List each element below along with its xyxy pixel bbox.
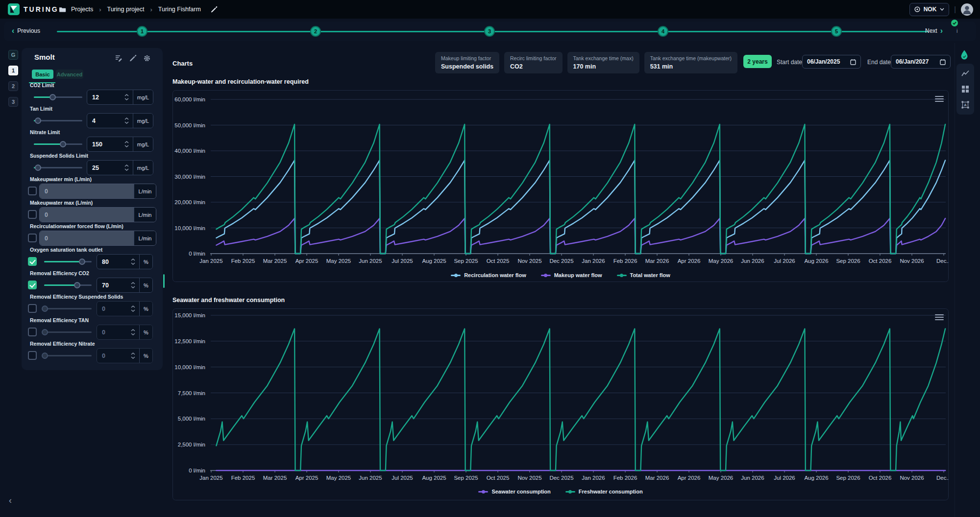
- edit-note-icon[interactable]: [115, 54, 123, 62]
- param-slider-track[interactable]: [44, 284, 92, 286]
- scrollbar-indicator[interactable]: [163, 274, 165, 288]
- rail-tab-g[interactable]: G: [8, 50, 18, 60]
- end-date-input[interactable]: 06/Jan/2027: [891, 55, 951, 69]
- stepper-step-1[interactable]: 1: [137, 26, 147, 37]
- grid-icon[interactable]: [961, 85, 969, 95]
- param-value-input[interactable]: 80: [97, 255, 131, 269]
- y-axis-tick-label: 30,000 l/min: [174, 174, 205, 180]
- chart2-plot: 15,000 l/min12,500 l/min10,000 l/min7,50…: [172, 308, 949, 500]
- param-checkbox[interactable]: [28, 187, 37, 195]
- currency-value: NOK: [924, 6, 937, 13]
- collapse-sidebar-arrow[interactable]: ‹: [9, 495, 12, 506]
- stepper-arrows[interactable]: [124, 137, 133, 151]
- pencil-icon[interactable]: [129, 54, 137, 62]
- param-value-input[interactable]: 25: [87, 161, 124, 175]
- stepper-arrows[interactable]: [124, 161, 133, 175]
- stepper-step-4[interactable]: 4: [658, 26, 668, 37]
- param-slider-track[interactable]: [44, 331, 92, 333]
- param-slider-thumb[interactable]: [60, 141, 66, 147]
- y-axis-tick-label: 5,000 l/min: [178, 416, 205, 422]
- tab-advanced[interactable]: Advanced: [56, 70, 83, 79]
- param-unit: mg/L: [133, 90, 153, 104]
- param-slider-thumb[interactable]: [42, 329, 48, 335]
- param-checkbox[interactable]: [28, 304, 37, 313]
- param-slider-thumb[interactable]: [42, 306, 48, 312]
- param-slider-track[interactable]: [44, 355, 92, 356]
- param-checkbox[interactable]: [28, 281, 37, 289]
- user-avatar[interactable]: [961, 3, 973, 16]
- param-label: Removal Efficiency Nitrate: [30, 341, 95, 347]
- stepper-arrows[interactable]: [131, 325, 139, 339]
- tab-basic[interactable]: Basic: [32, 70, 53, 79]
- breadcrumb-item[interactable]: Projects: [71, 6, 93, 13]
- x-axis-tick-label: Feb 2026: [613, 475, 637, 481]
- start-date-input[interactable]: 06/Jan/2025: [802, 55, 861, 69]
- legend-item[interactable]: Total water flow: [617, 272, 670, 278]
- param-value-input[interactable]: 0: [97, 302, 131, 316]
- stepper-arrows[interactable]: [131, 349, 139, 363]
- legend-marker-icon: [617, 274, 627, 277]
- param-slider-thumb[interactable]: [35, 118, 41, 124]
- stepper-arrows[interactable]: [124, 114, 133, 128]
- calendar-icon: [850, 59, 856, 65]
- param-unit: %: [139, 278, 152, 292]
- param-value-input[interactable]: 0: [97, 349, 131, 363]
- param-slider-thumb[interactable]: [42, 352, 48, 359]
- legend-item[interactable]: Recirculation water flow: [451, 272, 526, 278]
- param-value-input[interactable]: 4: [87, 114, 124, 128]
- param-slider-thumb[interactable]: [49, 94, 56, 100]
- currency-selector[interactable]: NOK: [909, 3, 950, 16]
- param-value-input[interactable]: 12: [87, 90, 124, 104]
- param-slider-thumb[interactable]: [35, 164, 41, 171]
- breadcrumb: Projects›Turing project›Turing Fishfarm: [59, 0, 218, 19]
- rail-tab-1[interactable]: 1: [8, 66, 18, 75]
- chart1-plot: 60,000 l/min50,000 l/min40,000 l/min30,0…: [172, 90, 949, 282]
- stepper-arrows[interactable]: [131, 302, 139, 316]
- chart2-menu-icon[interactable]: [935, 314, 944, 322]
- next-button[interactable]: Next ›: [925, 27, 943, 34]
- stepper-arrows[interactable]: [131, 255, 139, 269]
- stepper-step-3[interactable]: 3: [484, 26, 495, 37]
- param-checkbox[interactable]: [28, 210, 37, 219]
- start-date-value: 06/Jan/2025: [807, 58, 850, 65]
- chart1-menu-icon[interactable]: [935, 96, 944, 103]
- x-axis-tick-label: Sep 2025: [454, 258, 478, 264]
- param-slider-track[interactable]: [44, 308, 92, 309]
- param-slider-track[interactable]: [34, 96, 82, 98]
- param-slider-thumb[interactable]: [79, 258, 85, 265]
- info-card-value: CO2: [510, 63, 557, 70]
- legend-item[interactable]: Makeup water flow: [541, 272, 602, 278]
- breadcrumb-item[interactable]: Turing Fishfarm: [158, 6, 201, 13]
- x-axis-tick-label: Feb 2025: [231, 258, 255, 264]
- gear-icon[interactable]: [143, 54, 151, 62]
- param-value-input[interactable]: 70: [97, 278, 131, 292]
- param-checkbox[interactable]: [28, 234, 37, 242]
- stepper-arrows[interactable]: [124, 90, 133, 104]
- param-checkbox[interactable]: [28, 328, 37, 336]
- stepper-arrows[interactable]: [131, 278, 139, 292]
- rail-tab-2[interactable]: 2: [8, 81, 18, 91]
- text-frame-icon[interactable]: A: [961, 101, 969, 111]
- rail-tab-3[interactable]: 3: [8, 97, 18, 107]
- param-slider-thumb[interactable]: [74, 282, 80, 288]
- edit-project-icon[interactable]: [211, 6, 218, 13]
- stepper-step-5[interactable]: 5: [831, 26, 842, 37]
- stepper-step-2[interactable]: 2: [310, 26, 321, 37]
- info-symbol[interactable]: i: [956, 28, 957, 34]
- legend-label: Total water flow: [630, 272, 670, 278]
- droplet-icon[interactable]: [960, 50, 969, 62]
- param-unit: %: [139, 349, 152, 363]
- breadcrumb-item[interactable]: Turing project: [107, 6, 145, 13]
- previous-button[interactable]: ‹ Previous: [12, 27, 40, 34]
- param-checkbox[interactable]: [28, 257, 37, 266]
- param-value-input[interactable]: 0: [97, 325, 131, 339]
- param-checkbox[interactable]: [28, 351, 37, 360]
- legend-item[interactable]: Seawater consumption: [478, 489, 550, 494]
- param-value-input[interactable]: 150: [87, 137, 124, 151]
- param-value-input[interactable]: 0: [40, 231, 134, 245]
- legend-item[interactable]: Freshwater consumption: [565, 489, 643, 494]
- line-chart-icon[interactable]: [961, 70, 969, 79]
- param-value-input[interactable]: 0: [40, 184, 134, 198]
- param-value-input[interactable]: 0: [40, 208, 134, 222]
- param-slider-track[interactable]: [34, 143, 82, 145]
